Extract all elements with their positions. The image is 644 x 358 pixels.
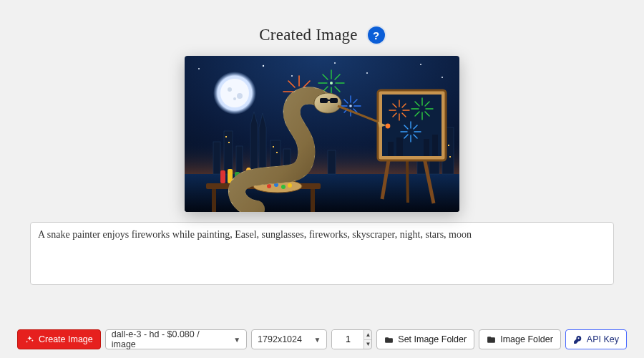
svg-rect-61 (448, 145, 449, 146)
create-image-label: Create Image (39, 334, 93, 344)
svg-rect-96 (432, 135, 438, 156)
svg-rect-62 (449, 156, 451, 158)
api-key-button[interactable]: API Key (565, 329, 627, 349)
svg-point-103 (281, 185, 286, 189)
count-step-down[interactable]: ▼ (364, 340, 371, 349)
svg-rect-114 (330, 98, 338, 103)
svg-point-43 (349, 105, 352, 107)
prompt-input[interactable] (30, 222, 614, 285)
svg-rect-2 (185, 174, 459, 212)
toolbar: Create Image dall-e-3 - hd - $0.080 / im… (0, 329, 644, 349)
svg-point-101 (267, 184, 271, 188)
svg-point-16 (233, 97, 236, 100)
help-icon[interactable]: ? (368, 26, 385, 44)
svg-rect-99 (311, 189, 315, 212)
svg-point-104 (288, 183, 292, 188)
generated-image (185, 56, 459, 212)
svg-point-3 (198, 68, 200, 69)
svg-point-34 (330, 82, 333, 84)
model-select-value: dall-e-3 - hd - $0.080 / image (112, 329, 226, 349)
svg-rect-95 (424, 139, 429, 156)
folder-icon (487, 335, 496, 344)
chevron-down-icon: ▼ (233, 336, 240, 344)
svg-rect-113 (320, 98, 328, 103)
svg-rect-44 (213, 142, 220, 174)
svg-rect-115 (328, 100, 330, 101)
key-icon (573, 335, 582, 344)
svg-point-6 (334, 62, 336, 64)
model-select[interactable]: dall-e-3 - hd - $0.080 / image ▼ (105, 329, 247, 349)
svg-marker-47 (250, 112, 258, 174)
svg-point-13 (220, 79, 249, 107)
count-spinner[interactable]: ▲ ▼ (331, 329, 372, 349)
svg-rect-105 (220, 170, 225, 183)
chevron-down-icon: ▼ (314, 336, 321, 344)
set-image-folder-label: Set Image Folder (398, 334, 467, 344)
svg-point-118 (386, 124, 391, 129)
svg-rect-46 (236, 146, 243, 174)
image-folder-button[interactable]: Image Folder (479, 329, 561, 349)
svg-rect-98 (212, 189, 216, 212)
svg-point-10 (291, 75, 293, 77)
set-image-folder-button[interactable]: Set Image Folder (376, 329, 474, 349)
folder-open-icon (384, 335, 394, 344)
svg-rect-56 (228, 142, 230, 143)
svg-point-9 (441, 77, 443, 78)
svg-rect-93 (388, 142, 394, 156)
svg-point-15 (237, 93, 243, 99)
svg-rect-45 (224, 131, 233, 174)
svg-rect-55 (225, 136, 227, 137)
size-select[interactable]: 1792x1024 ▼ (251, 329, 327, 349)
svg-point-8 (420, 64, 421, 65)
svg-rect-58 (276, 152, 278, 153)
page-title: Created Image (259, 26, 357, 44)
image-folder-label: Image Folder (500, 334, 553, 344)
sparkle-icon (25, 335, 34, 344)
svg-rect-94 (396, 137, 403, 156)
svg-point-7 (366, 72, 368, 74)
svg-rect-51 (328, 150, 336, 174)
api-key-label: API Key (587, 334, 619, 344)
create-image-button[interactable]: Create Image (17, 329, 101, 349)
size-select-value: 1792x1024 (258, 334, 302, 344)
svg-point-112 (314, 93, 341, 113)
svg-point-14 (228, 87, 232, 92)
header-row: Created Image ? (259, 26, 384, 44)
svg-rect-57 (273, 146, 274, 147)
count-step-up[interactable]: ▲ (364, 330, 371, 340)
svg-point-5 (263, 65, 264, 67)
count-input[interactable] (332, 330, 364, 349)
